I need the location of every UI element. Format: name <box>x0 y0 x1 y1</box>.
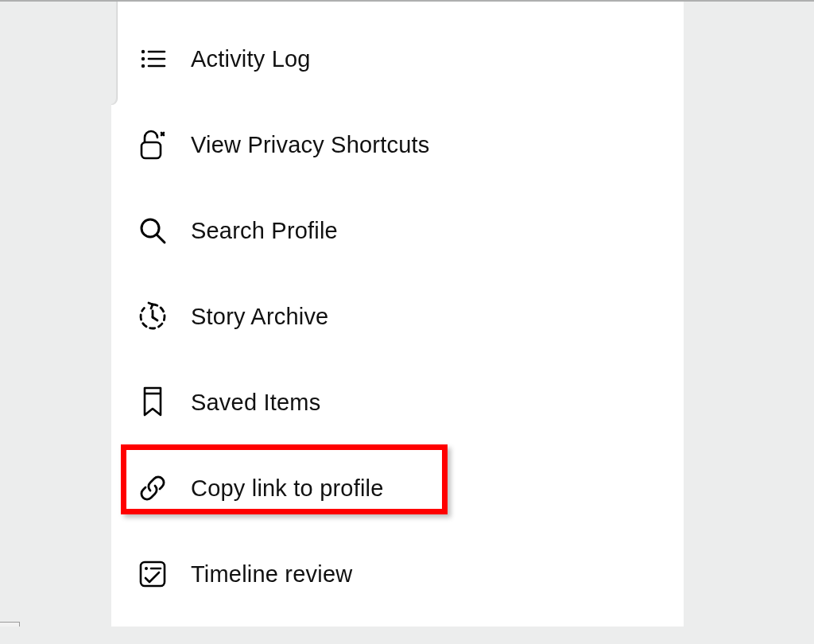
profile-menu-panel: Activity Log View Privacy Shortcuts <box>111 2 684 627</box>
profile-menu-list: Activity Log View Privacy Shortcuts <box>111 2 684 617</box>
activity-log-icon <box>135 45 170 73</box>
svg-line-10 <box>153 317 157 320</box>
svg-point-13 <box>145 567 148 570</box>
menu-item-label: View Privacy Shortcuts <box>191 134 429 157</box>
menu-item-story-archive[interactable]: Story Archive <box>111 274 684 359</box>
menu-item-privacy-shortcuts[interactable]: View Privacy Shortcuts <box>111 102 684 188</box>
menu-item-copy-link[interactable]: Copy link to profile <box>111 445 684 531</box>
menu-item-saved-items[interactable]: Saved Items <box>111 359 684 445</box>
bottom-left-stub <box>0 622 20 627</box>
lock-icon <box>135 128 170 161</box>
search-icon <box>135 215 170 246</box>
clock-history-icon <box>135 301 170 332</box>
svg-rect-6 <box>141 142 161 158</box>
menu-item-label: Timeline review <box>191 563 352 586</box>
svg-rect-12 <box>141 562 165 586</box>
bookmark-icon <box>135 386 170 419</box>
menu-item-label: Activity Log <box>191 48 311 71</box>
menu-item-label: Saved Items <box>191 391 320 414</box>
svg-point-0 <box>141 50 145 53</box>
menu-item-label: Copy link to profile <box>191 477 384 500</box>
menu-item-activity-log[interactable]: Activity Log <box>111 16 684 102</box>
svg-point-1 <box>141 57 145 60</box>
svg-line-8 <box>157 235 165 242</box>
menu-item-label: Search Profile <box>191 219 338 242</box>
timeline-check-icon <box>135 559 170 589</box>
menu-item-label: Story Archive <box>191 305 328 328</box>
menu-item-search-profile[interactable]: Search Profile <box>111 188 684 274</box>
svg-point-2 <box>141 64 145 68</box>
menu-item-timeline-review[interactable]: Timeline review <box>111 531 684 617</box>
link-icon <box>135 472 170 504</box>
